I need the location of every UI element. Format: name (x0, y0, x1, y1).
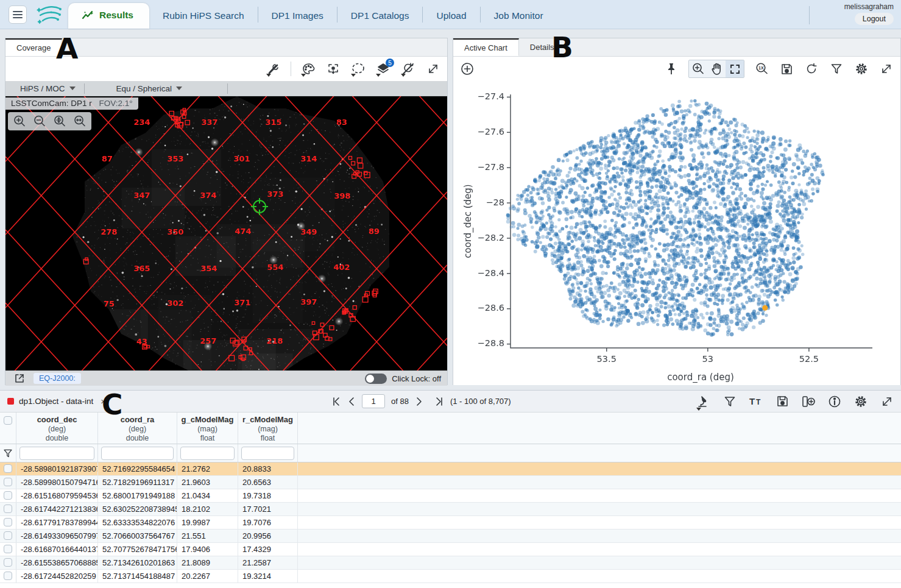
expand-icon[interactable] (879, 394, 895, 409)
row-checkbox[interactable] (4, 491, 12, 500)
row-checkbox[interactable] (4, 464, 12, 473)
layers-count-badge: 5 (386, 58, 394, 67)
palette-icon[interactable] (300, 61, 316, 77)
sky-coverage-viewer[interactable]: LSSTComCam: DP1 r FOV:2.1° (5, 96, 447, 370)
prev-page-button[interactable] (347, 397, 356, 406)
rotate-off-icon[interactable] (400, 61, 416, 77)
cell-r_cModelMag: 17.7021 (238, 503, 298, 515)
filter-input-coord_dec[interactable] (19, 447, 94, 460)
page-number-input[interactable] (362, 394, 385, 408)
table-row-partial (0, 583, 901, 588)
nav-tab-upload[interactable]: Upload (423, 4, 479, 29)
filter-icon[interactable] (722, 394, 738, 409)
table-row[interactable]: -28.61493309650799752.7066003756476721.5… (0, 530, 901, 543)
restore-icon[interactable] (804, 61, 819, 77)
row-checkbox[interactable] (4, 572, 12, 580)
filter-input-r_cModelMag[interactable] (241, 447, 294, 460)
box-select-icon[interactable] (726, 60, 744, 77)
row-checkbox[interactable] (4, 545, 12, 553)
filter-cell-r_cModelMag (238, 444, 298, 462)
toolbar-divider (291, 62, 291, 76)
save-icon[interactable] (779, 61, 794, 77)
user-divider (809, 6, 810, 24)
expand-icon[interactable] (425, 61, 441, 77)
row-checkbox[interactable] (4, 478, 12, 486)
analyze-icon[interactable] (696, 394, 712, 409)
expand-icon[interactable] (878, 61, 894, 77)
zoom-select-icon[interactable] (689, 60, 707, 77)
layers-icon[interactable]: 5 (375, 61, 391, 77)
select-all-checkbox-cell (0, 413, 16, 444)
first-page-button[interactable] (331, 397, 341, 406)
zoom-fill-icon[interactable] (72, 113, 88, 129)
nav-tab-dp1-images[interactable]: DP1 Images (258, 4, 337, 29)
row-checkbox-cell (0, 556, 16, 569)
cell-coord_ra: 52.71342610201863 (98, 556, 177, 569)
table-row[interactable]: -28.58998015079471652.7182919691131721.9… (0, 476, 901, 489)
column-header-r_cModelMag[interactable]: r_cModelMag(mag)float (238, 413, 298, 444)
nav-tab-results[interactable]: Results (68, 3, 149, 29)
chart-line-icon (82, 10, 94, 21)
cell-g_cModelMag: 21.9603 (177, 476, 238, 489)
click-lock-toggle[interactable] (365, 374, 387, 384)
zoom-out-icon[interactable] (32, 113, 48, 129)
row-checkbox[interactable] (4, 518, 12, 526)
row-checkbox[interactable] (4, 505, 12, 513)
add-chart-icon[interactable] (459, 61, 475, 77)
last-page-button[interactable] (434, 397, 444, 406)
gear-icon[interactable] (853, 61, 869, 77)
row-checkbox[interactable] (4, 531, 12, 540)
pin-icon[interactable] (663, 61, 679, 77)
projection-dropdown[interactable]: Equ / Spherical (85, 84, 191, 93)
nav-tab-rubin-hips-search[interactable]: Rubin HiPS Search (149, 4, 258, 29)
hips-moc-dropdown[interactable]: HiPS / MOC (12, 84, 84, 93)
recenter-icon[interactable] (325, 61, 341, 77)
save-icon[interactable] (774, 394, 790, 409)
tab-coverage[interactable]: Coverage (5, 38, 62, 56)
add-column-icon[interactable] (800, 394, 816, 409)
zoom-in-icon[interactable] (12, 113, 27, 129)
nav-tab-dp1-catalogs[interactable]: DP1 Catalogs (337, 4, 423, 29)
svg-text:T: T (756, 398, 761, 406)
table-row[interactable]: -28.61779178378994452.6333353482207619.9… (0, 516, 901, 530)
filter-input-coord_ra[interactable] (101, 447, 174, 460)
annotation-letter-a: A (56, 34, 78, 63)
filter-icon[interactable] (829, 61, 844, 77)
column-header-coord_dec[interactable]: coord_dec(deg)double (16, 413, 98, 444)
table-row[interactable]: -28.61516807959453652.6800179194918821.0… (0, 489, 901, 503)
info-icon[interactable] (827, 394, 843, 409)
nav-tab-job-monitor[interactable]: Job Monitor (481, 4, 557, 29)
gear-icon[interactable] (853, 394, 869, 409)
row-checkbox[interactable] (4, 558, 12, 567)
ellipse-select-icon[interactable] (350, 61, 366, 77)
external-link-icon[interactable] (12, 370, 27, 386)
logout-button[interactable]: Logout (855, 13, 894, 25)
column-header-g_cModelMag[interactable]: g_cModelMag(mag)float (177, 413, 238, 444)
filter-row-icon-cell (0, 444, 16, 462)
table-row[interactable]: -28.6172445282025952.7137145418848720.22… (0, 570, 901, 583)
zoom-1x-icon[interactable]: 1X (754, 61, 769, 77)
firefly-logo[interactable] (34, 4, 63, 29)
filter-input-g_cModelMag[interactable] (180, 447, 235, 460)
table-panel: dp1.Object - data-int × of 88 (1 - 100 o… (0, 390, 901, 588)
table-tab[interactable]: dp1.Object - data-int × (0, 391, 113, 412)
table-row[interactable]: -28.61744227121383652.63025220873894518.… (0, 503, 901, 516)
table-row[interactable]: -28.61553865706888552.7134261020186321.8… (0, 556, 901, 570)
select-all-checkbox[interactable] (4, 416, 12, 425)
chevron-down-icon (176, 87, 182, 90)
table-row[interactable]: -28.61687016644013752.70775267847175617.… (0, 543, 901, 556)
cell-coord_ra: 52.630252208738945 (98, 503, 177, 515)
tab-active-chart[interactable]: Active Chart (453, 38, 519, 56)
zoom-fit-icon[interactable] (52, 113, 68, 129)
pan-hand-icon[interactable] (707, 60, 726, 77)
hamburger-menu-button[interactable] (9, 5, 27, 24)
next-page-button[interactable] (415, 397, 423, 406)
scatter-chart[interactable] (453, 81, 900, 385)
text-view-icon[interactable]: T T (748, 394, 764, 409)
tools-icon[interactable] (266, 61, 281, 77)
svg-text:1X: 1X (758, 66, 764, 70)
row-checkbox-cell (0, 570, 16, 583)
click-lock-label: Click Lock: off (392, 374, 441, 383)
table-row[interactable]: -28.58980192187390752.7169229558465421.2… (0, 462, 901, 476)
filter-cell-g_cModelMag (177, 444, 238, 462)
